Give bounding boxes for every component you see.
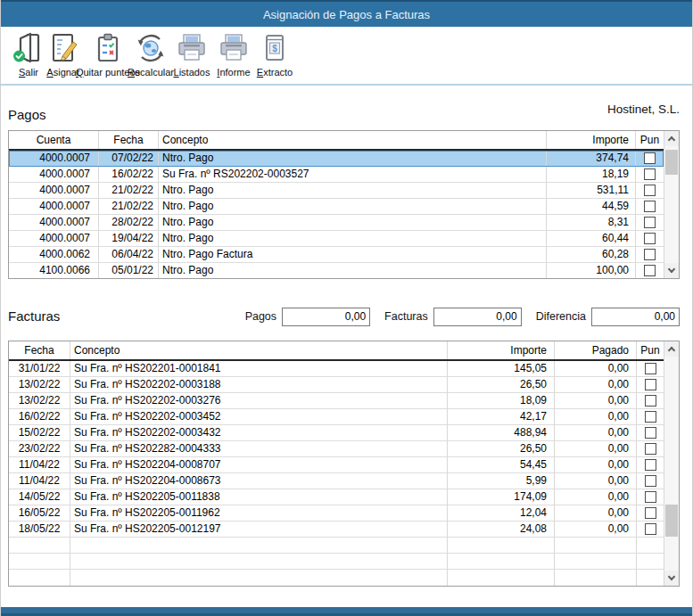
pun-checkbox[interactable]	[645, 427, 656, 439]
facturas-scrollbar[interactable]	[664, 341, 679, 586]
scroll-thumb[interactable]	[665, 505, 678, 537]
cell-fecha: 16/02/22	[9, 409, 70, 424]
cell-importe: 174,09	[448, 489, 555, 505]
column-header-importe[interactable]: Importe	[547, 131, 636, 149]
cell-importe: 24,08	[448, 522, 555, 537]
cell-pagado: 0,00	[555, 522, 637, 537]
cell-fecha: 11/04/22	[9, 473, 70, 489]
table-row[interactable]: 4000.0007 21/02/22 Ntro. Pago 44,59	[9, 199, 664, 215]
totals-pagos-input[interactable]	[282, 308, 370, 326]
table-row[interactable]: 31/01/22 Su Fra. nº HS202201-0001841 145…	[9, 361, 664, 377]
facturas-heading: Facturas	[8, 308, 60, 324]
table-row[interactable]: 23/02/22 Su Fra. nº HS202282-0004333 26,…	[9, 441, 664, 457]
pun-checkbox[interactable]	[644, 168, 656, 180]
column-header-pun[interactable]: Pun	[636, 131, 664, 149]
scroll-up-button[interactable]	[664, 131, 679, 146]
cell-pagado: 0,00	[555, 441, 637, 456]
pun-checkbox[interactable]	[645, 363, 656, 374]
facturas-table: Fecha Concepto Importe Pagado Pun 31/01/…	[8, 341, 680, 587]
table-row[interactable]: 16/02/22 Su Fra. nº HS202202-0003452 42,…	[9, 409, 664, 425]
cell-fecha: 13/02/22	[9, 393, 70, 408]
cell-importe: 44,59	[547, 199, 636, 214]
table-row[interactable]: 4000.0062 06/04/22 Ntro. Pago Factura 60…	[9, 247, 664, 263]
table-row[interactable]: 11/04/22 Su Fra. nº HS202204-0008673 5,9…	[9, 473, 664, 489]
toolbar: Salir Asignar	[1, 27, 692, 86]
column-header-concepto[interactable]: Concepto	[159, 131, 547, 149]
cell-fecha: 11/04/22	[9, 457, 70, 472]
cell-concepto: Su Fra. nº RS202202-0003527	[159, 167, 547, 182]
pun-checkbox[interactable]	[644, 201, 656, 212]
pun-checkbox[interactable]	[645, 507, 656, 519]
bottom-status-bar	[1, 607, 692, 616]
table-row[interactable]: 4000.0007 19/04/22 Ntro. Pago 60,44	[9, 231, 664, 247]
pun-checkbox[interactable]	[644, 265, 656, 276]
pun-checkbox[interactable]	[644, 233, 656, 244]
table-row[interactable]: 18/05/22 Su Fra. nº HS202205-0012197 24,…	[9, 522, 664, 538]
column-header-importe[interactable]: Importe	[448, 341, 555, 359]
pun-checkbox[interactable]	[645, 491, 656, 503]
table-row-empty	[9, 570, 664, 586]
table-row[interactable]: 13/02/22 Su Fra. nº HS202202-0003276 18,…	[9, 393, 664, 409]
cell-concepto: Su Fra. nº HS202202-0003276	[70, 393, 448, 408]
cell-importe: 100,00	[547, 263, 636, 278]
scroll-down-button[interactable]	[664, 571, 679, 586]
cell-concepto: Su Fra. nº HS202204-0008673	[70, 473, 448, 489]
cell-importe: 60,44	[547, 231, 636, 246]
extracto-button[interactable]: $ Extracto	[232, 29, 318, 83]
pun-checkbox[interactable]	[645, 411, 656, 423]
column-header-fecha[interactable]: Fecha	[9, 341, 70, 359]
cell-pagado: 0,00	[555, 409, 637, 424]
cell-concepto: Ntro. Pago	[159, 183, 547, 198]
table-row[interactable]: 11/04/22 Su Fra. nº HS202204-0008707 54,…	[9, 457, 664, 473]
pun-checkbox[interactable]	[645, 379, 656, 390]
scroll-down-button[interactable]	[664, 263, 679, 278]
table-row[interactable]: 15/02/22 Su Fra. nº HS202202-0003432 488…	[9, 425, 664, 441]
scroll-up-button[interactable]	[664, 341, 679, 357]
pun-checkbox[interactable]	[645, 443, 656, 455]
cell-cuenta: 4000.0007	[9, 215, 99, 230]
cell-pagado: 0,00	[555, 377, 637, 392]
scroll-thumb[interactable]	[665, 150, 678, 175]
cell-fecha: 15/02/22	[9, 425, 70, 440]
totals-diferencia-input[interactable]	[591, 308, 680, 326]
pun-checkbox[interactable]	[644, 217, 656, 228]
table-row[interactable]: 14/05/22 Su Fra. nº HS202205-0011838 174…	[9, 489, 664, 505]
cell-importe: 374,74	[547, 151, 636, 166]
column-header-concepto[interactable]: Concepto	[70, 341, 448, 359]
cell-fecha: 16/05/22	[9, 505, 70, 521]
column-header-fecha[interactable]: Fecha	[99, 131, 159, 149]
table-row[interactable]: 4000.0007 21/02/22 Ntro. Pago 531,11	[9, 183, 664, 199]
table-row[interactable]: 16/05/22 Su Fra. nº HS202205-0011962 12,…	[9, 505, 664, 522]
pun-checkbox[interactable]	[644, 185, 656, 196]
facturas-table-header: Fecha Concepto Importe Pagado Pun	[9, 341, 664, 361]
column-header-pun[interactable]: Pun	[637, 341, 664, 359]
cell-concepto: Ntro. Pago	[159, 215, 547, 230]
cell-importe: 488,94	[448, 425, 555, 440]
pun-checkbox[interactable]	[644, 152, 656, 164]
cell-importe: 5,99	[448, 473, 555, 489]
cell-importe: 531,11	[547, 183, 636, 198]
totals-facturas-input[interactable]	[433, 308, 522, 326]
table-row[interactable]: 4100.0066 05/01/22 Ntro. Pago 100,00	[9, 263, 664, 278]
cell-concepto: Su Fra. nº HS202205-0011962	[70, 505, 448, 521]
pun-checkbox[interactable]	[645, 395, 656, 407]
cell-fecha: 18/05/22	[9, 522, 70, 537]
column-header-cuenta[interactable]: Cuenta	[9, 131, 99, 149]
cell-concepto: Su Fra. nº HS202201-0001841	[70, 361, 448, 376]
cell-fecha: 31/01/22	[9, 361, 70, 376]
table-row[interactable]: 4000.0007 07/02/22 Ntro. Pago 374,74	[9, 151, 664, 167]
cell-fecha: 06/04/22	[99, 247, 159, 262]
column-header-pagado[interactable]: Pagado	[555, 341, 637, 359]
cell-importe: 42,17	[448, 409, 555, 424]
totals-bar: Pagos Facturas Diferencia	[245, 307, 680, 326]
table-row[interactable]: 13/02/22 Su Fra. nº HS202202-0003188 26,…	[9, 377, 664, 393]
pun-checkbox[interactable]	[645, 475, 656, 487]
pun-checkbox[interactable]	[645, 459, 656, 471]
pun-checkbox[interactable]	[645, 523, 656, 535]
pagos-scrollbar[interactable]	[664, 131, 679, 278]
pun-checkbox[interactable]	[644, 249, 656, 260]
svg-text:$: $	[272, 44, 277, 53]
table-row[interactable]: 4000.0007 16/02/22 Su Fra. nº RS202202-0…	[9, 167, 664, 183]
cell-cuenta: 4000.0007	[9, 199, 99, 214]
table-row[interactable]: 4000.0007 28/02/22 Ntro. Pago 8,31	[9, 215, 664, 231]
